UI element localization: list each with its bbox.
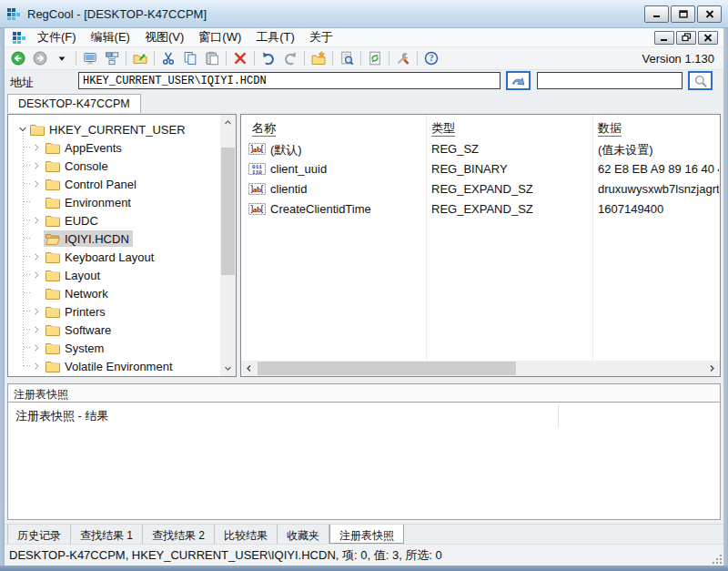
document-tab[interactable]: DESKTOP-K47CCPM xyxy=(7,94,141,113)
tree-item[interactable]: HKEY_CURRENT_USER xyxy=(8,120,204,138)
tree-item-content[interactable]: Volatile Environment xyxy=(44,358,177,374)
tree-item[interactable]: AppEvents xyxy=(8,138,204,157)
close-button[interactable] xyxy=(697,5,722,23)
tree-collapse-icon[interactable] xyxy=(17,124,28,135)
bottom-tab[interactable]: 比较结果 xyxy=(215,525,278,544)
tree-expand-icon[interactable] xyxy=(31,361,42,372)
tree-expand-icon[interactable] xyxy=(31,160,42,171)
tree-item[interactable]: Volatile Environment xyxy=(8,357,204,375)
value-row[interactable]: abCreateClientidTimeREG_EXPAND_SZ1607149… xyxy=(241,199,720,219)
tree-item-content[interactable]: Network xyxy=(44,285,112,301)
tree-item[interactable]: Environment xyxy=(8,193,204,211)
search-document-button[interactable] xyxy=(336,48,358,68)
tree-item[interactable]: Printers xyxy=(8,302,204,321)
mdi-close-button[interactable] xyxy=(698,31,718,45)
computer-button[interactable] xyxy=(79,48,101,68)
scrollbar-thumb[interactable] xyxy=(258,362,516,375)
quick-search-button[interactable] xyxy=(688,71,713,90)
mdi-restore-button[interactable] xyxy=(676,31,696,45)
tree-expand-icon[interactable] xyxy=(31,142,42,153)
tree-item[interactable]: IQIYI.HCDN xyxy=(8,229,204,248)
scroll-down-button[interactable] xyxy=(220,361,236,376)
tree-expand-icon[interactable] xyxy=(31,342,42,353)
tree-expand-icon[interactable] xyxy=(31,306,42,317)
import-folder-button[interactable] xyxy=(129,48,151,68)
tree-item-content[interactable]: System xyxy=(44,340,107,356)
bottom-tab[interactable]: 注册表快照 xyxy=(329,525,404,544)
tree-item-content[interactable]: AppEvents xyxy=(44,139,126,156)
tree-item-content[interactable]: Console xyxy=(44,158,112,174)
tree-expand-icon[interactable] xyxy=(31,270,42,280)
column-header[interactable]: 名称 xyxy=(252,120,276,137)
tree-expand-icon[interactable] xyxy=(31,215,42,226)
address-input[interactable] xyxy=(78,72,500,89)
tree-item-content[interactable]: EUDC xyxy=(44,212,102,229)
scroll-left-button[interactable] xyxy=(241,361,257,376)
tree-expand-icon[interactable] xyxy=(31,324,42,335)
bottom-tab[interactable]: 查找结果 1 xyxy=(71,525,143,544)
menu-tools[interactable]: 工具(T) xyxy=(248,27,302,47)
tree-item[interactable]: EUDC xyxy=(8,211,204,229)
bottom-tab[interactable]: 查找结果 2 xyxy=(143,525,215,544)
tree-item-content[interactable]: Layout xyxy=(44,267,104,283)
copy-button[interactable] xyxy=(179,48,201,68)
undo-button[interactable] xyxy=(258,48,279,68)
resize-grip-icon[interactable] xyxy=(712,554,723,565)
go-button[interactable] xyxy=(506,71,531,90)
value-row[interactable]: abclientidREG_EXPAND_SZdruxuwysxwb7lsnzj… xyxy=(241,179,720,199)
tree-item-content[interactable]: Environment xyxy=(44,194,135,210)
snapshot-result-label[interactable]: 注册表快照 - 结果 xyxy=(15,408,109,424)
list-horizontal-scrollbar[interactable] xyxy=(241,361,720,376)
column-header[interactable]: 类型 xyxy=(431,120,455,137)
menu-window[interactable]: 窗口(W) xyxy=(191,27,248,47)
value-row[interactable]: 011110client_uuidREG_BINARY62 E8 EB A9 8… xyxy=(241,159,720,179)
network-button[interactable] xyxy=(101,48,123,68)
tree-item[interactable]: Console xyxy=(8,157,204,175)
help-button[interactable]: ? xyxy=(420,48,442,68)
tree-expand-icon[interactable] xyxy=(31,178,42,189)
cut-button[interactable] xyxy=(157,48,179,68)
maximize-button[interactable] xyxy=(671,5,695,23)
tree-expand-icon[interactable] xyxy=(31,251,42,262)
tree-item[interactable]: Control Panel xyxy=(8,175,204,193)
tree-item[interactable]: Software xyxy=(8,321,204,339)
tree-item[interactable]: Network xyxy=(8,284,204,302)
back-button[interactable] xyxy=(7,48,29,68)
tree-item-content[interactable]: Keyboard Layout xyxy=(44,249,157,265)
tree-item[interactable]: Keyboard Layout xyxy=(8,248,204,266)
menu-edit[interactable]: 编辑(E) xyxy=(84,27,137,47)
scroll-right-button[interactable] xyxy=(704,361,720,376)
scrollbar-thumb[interactable] xyxy=(221,148,235,275)
minimize-button[interactable] xyxy=(644,5,669,23)
tools-button[interactable] xyxy=(392,48,414,68)
scroll-up-button[interactable] xyxy=(220,115,236,130)
tree-item-content[interactable]: HKEY_CURRENT_USER xyxy=(28,121,189,138)
bottom-tab[interactable]: 历史记录 xyxy=(7,525,71,544)
menu-view[interactable]: 视图(V) xyxy=(137,27,191,47)
menu-file[interactable]: 文件(F) xyxy=(30,27,84,47)
registry-tree: HKEY_CURRENT_USERAppEventsConsoleControl… xyxy=(8,115,220,376)
help-icon: ? xyxy=(424,51,439,66)
tree-item-content[interactable]: Control Panel xyxy=(44,176,140,192)
delete-button[interactable] xyxy=(229,48,251,68)
menu-about[interactable]: 关于 xyxy=(302,27,340,47)
tree-vertical-scrollbar[interactable] xyxy=(220,115,236,376)
tree-item[interactable]: System xyxy=(8,339,204,357)
value-row[interactable]: ab(默认)REG_SZ(值未设置) xyxy=(241,139,720,159)
refresh-button[interactable] xyxy=(364,48,386,68)
tree-item-content[interactable]: Software xyxy=(44,321,115,338)
favorite-folder-icon xyxy=(311,51,326,66)
tree-item-content[interactable]: IQIYI.HCDN xyxy=(44,230,133,247)
tree-item-content[interactable]: Printers xyxy=(44,303,109,320)
column-header[interactable]: 数据 xyxy=(598,120,622,137)
bottom-tab[interactable]: 收藏夹 xyxy=(278,525,329,544)
history-dropdown-button[interactable] xyxy=(51,48,73,68)
favorite-folder-button[interactable] xyxy=(308,48,329,68)
redo-button[interactable] xyxy=(279,48,301,68)
mdi-minimize-button[interactable] xyxy=(654,31,674,45)
quick-search-input[interactable] xyxy=(537,72,682,89)
tree-guide-stub xyxy=(24,219,31,220)
paste-button[interactable] xyxy=(201,48,223,68)
tree-item[interactable]: Layout xyxy=(8,266,204,284)
forward-button[interactable] xyxy=(29,48,51,68)
